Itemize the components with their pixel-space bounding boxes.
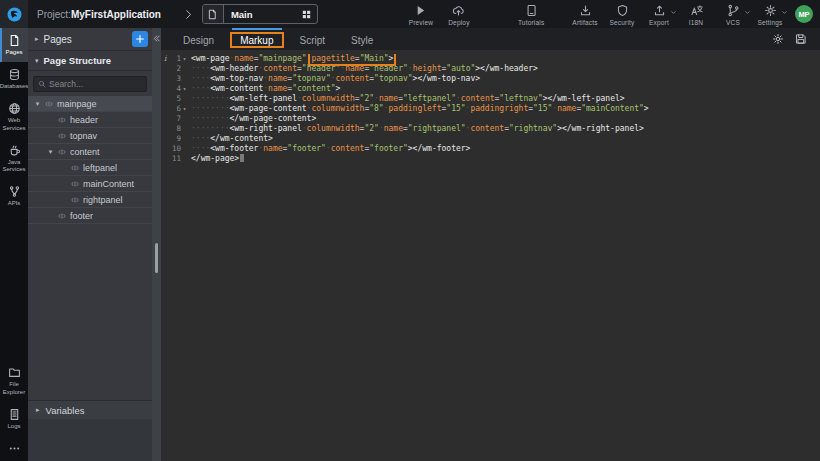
editor-gutter: i1▾234▾56▾7891011 [161, 54, 188, 461]
code-line-8: ········<wm-right-panel·columnwidth="2"·… [191, 124, 820, 134]
grid-icon[interactable] [301, 9, 312, 20]
page-tab-main[interactable]: Main [202, 4, 318, 24]
rail-item-web-services[interactable]: Web Services [0, 96, 28, 137]
topbar-settings-button[interactable]: Settings [755, 1, 785, 28]
rail-item-more[interactable] [0, 436, 28, 461]
editor-settings-icon[interactable] [772, 33, 784, 45]
code-token-v: "leftpanel" [403, 94, 456, 103]
code-token-a: columnwidth [311, 104, 364, 113]
collapse-panel-button[interactable] [152, 30, 161, 46]
markup-code-editor[interactable]: i1▾234▾56▾7891011 <wm-page·name="mainpag… [161, 50, 820, 461]
line-number: 2 [176, 64, 181, 74]
tree-node-footer[interactable]: footer [28, 208, 152, 224]
tree-node-mainContent[interactable]: mainContent [28, 176, 152, 192]
tab-markup[interactable]: Markup [232, 28, 281, 50]
rail-item-file-explorer[interactable]: File Explorer [0, 360, 28, 401]
line-number: 3 [176, 74, 181, 84]
rail-item-java-services[interactable]: Java Services [0, 138, 28, 179]
code-token-a: content [461, 94, 495, 103]
tree-node-leftpanel[interactable]: leftpanel [28, 160, 152, 176]
tree-node-rightpanel[interactable]: rightpanel [28, 192, 152, 208]
gutter-line-4: 4▾ [161, 84, 188, 94]
search-input[interactable] [49, 79, 142, 89]
code-token-v: "8" [369, 104, 383, 113]
tree-node-header[interactable]: header [28, 112, 152, 128]
code-token-v: "mainpage" [258, 54, 306, 63]
user-avatar[interactable]: MP [795, 5, 813, 23]
rail-item-apis[interactable]: APIs [0, 179, 28, 213]
panel-splitter[interactable] [152, 28, 161, 461]
topbar-tutorials-button[interactable]: Tutorials [516, 1, 546, 28]
code-token-a: name [268, 74, 287, 83]
caret-down-icon [670, 9, 677, 16]
chevron-right-icon[interactable] [183, 9, 194, 20]
topbar-security-button[interactable]: Security [607, 1, 637, 28]
fold-toggle-icon[interactable]: ▾ [181, 104, 188, 114]
variables-section[interactable]: ▸ Variables [28, 400, 152, 419]
panel-scrollbar[interactable] [155, 243, 158, 273]
tree-node-topnav[interactable]: topnav [28, 128, 152, 144]
topbar-export-label: Export [649, 19, 669, 26]
rail-spacer [0, 213, 28, 360]
collapse-arrow-icon: ▸ [36, 406, 40, 414]
tree-node-label: mainpage [57, 99, 97, 109]
project-title: Project:MyFirstApplication [37, 9, 161, 20]
page-structure-header[interactable]: ▾ Page Structure [28, 51, 152, 71]
info-icon: i [164, 54, 166, 64]
topbar-deploy-button[interactable]: Deploy [444, 1, 474, 28]
tree-node-mainpage[interactable]: ▾mainpage [28, 96, 152, 112]
topbar-artifacts-button[interactable]: Artifacts [570, 1, 600, 28]
code-token-t: ></wm-footer> [408, 144, 471, 153]
page-icon [8, 34, 21, 47]
code-token-v: "15" [446, 104, 465, 113]
code-token-t: </wm-content> [210, 134, 273, 143]
topbar-vcs-button[interactable]: VCS [718, 1, 748, 28]
code-token-v: "15" [533, 104, 552, 113]
pages-panel-header[interactable]: ▸ Pages [28, 28, 152, 51]
code-token-t: </wm-page-content> [230, 114, 317, 123]
code-token-a: name [557, 104, 576, 113]
code-token-a: columnwidth [307, 124, 360, 133]
rail-item-databases[interactable]: Databases [0, 62, 28, 96]
rail-item-pages[interactable]: Pages [0, 28, 28, 62]
tree-node-label: footer [70, 211, 93, 221]
plug-icon [8, 185, 21, 198]
rail-item-web-services-label: Web Services [1, 117, 27, 131]
tab-style[interactable]: Style [343, 28, 381, 50]
topbar-i18n-button[interactable]: I18N [681, 1, 711, 28]
topbar-deploy-label: Deploy [448, 19, 469, 26]
globe-icon [8, 102, 21, 115]
page-tab-label: Main [224, 9, 301, 20]
rail-item-logs[interactable]: Logs [0, 402, 28, 436]
topbar-export-button[interactable]: Export [644, 1, 674, 28]
variables-title: Variables [46, 405, 85, 416]
tab-script[interactable]: Script [292, 28, 334, 50]
save-icon[interactable] [795, 33, 807, 45]
line-number: 5 [176, 94, 181, 104]
tab-design[interactable]: Design [175, 28, 222, 50]
code-token-a: content [263, 64, 297, 73]
caret-down-icon [781, 9, 788, 16]
code-token-ws: ···· [191, 84, 210, 93]
editor-code-lines[interactable]: <wm-page·name="mainpage"·pagetitle="Main… [188, 54, 820, 461]
expand-arrow-icon[interactable]: ▾ [34, 100, 41, 108]
tree-node-content[interactable]: ▾content [28, 144, 152, 160]
topbar-preview-button[interactable]: Preview [406, 1, 436, 28]
top-bar: Project:MyFirstApplication Main PreviewD… [0, 0, 820, 28]
code-token-v: "content" [292, 84, 335, 93]
expand-arrow-icon[interactable]: ▾ [47, 148, 54, 156]
export-icon [653, 4, 666, 17]
panel-spacer [28, 224, 152, 400]
settings-icon [764, 4, 777, 17]
code-token-a: paddingright [470, 104, 528, 113]
code-token-ws: ···· [191, 134, 210, 143]
add-page-button[interactable] [132, 31, 148, 47]
editor-actions [772, 28, 820, 50]
annotation-box: pagetitle="Main"> [311, 54, 393, 63]
code-token-t: ></wm-header> [475, 64, 538, 73]
fold-toggle-icon[interactable]: ▾ [181, 84, 188, 94]
fold-toggle-icon[interactable]: ▾ [181, 54, 188, 64]
topbar-right-actions: ArtifactsSecurityExportI18NVCSSettings [570, 1, 785, 28]
gutter-line-8: 8 [161, 124, 188, 134]
app-logo[interactable] [0, 0, 28, 28]
